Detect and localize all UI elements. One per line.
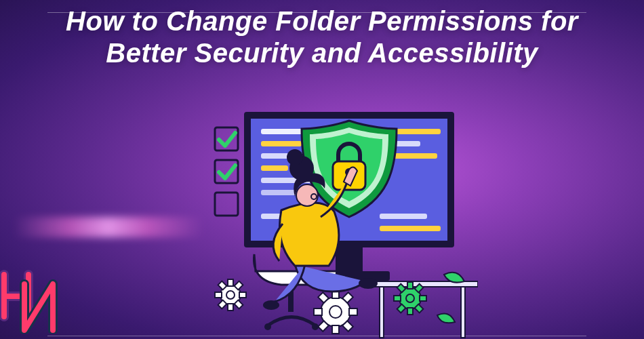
svg-point-63 [311,194,317,199]
gear-icon-small-white [215,279,246,311]
svg-point-58 [359,278,378,289]
svg-point-34 [329,306,342,318]
svg-point-56 [264,323,271,330]
svg-rect-28 [314,308,322,315]
svg-rect-36 [407,282,413,289]
svg-rect-18 [380,226,441,231]
desk [369,281,478,338]
svg-rect-17 [380,214,427,219]
svg-rect-49 [239,292,246,298]
svg-rect-48 [215,292,222,298]
svg-rect-1 [461,287,465,338]
gear-icon-small-green [394,282,426,315]
svg-rect-39 [420,296,426,301]
svg-rect-37 [407,308,413,315]
checkbox-checked-2 [215,160,238,183]
svg-point-57 [312,323,319,330]
svg-rect-46 [228,279,233,286]
svg-rect-5 [336,247,363,271]
checkbox-group [215,127,238,216]
svg-rect-27 [332,325,339,334]
svg-point-54 [226,291,235,299]
svg-rect-38 [394,296,401,301]
gear-icon-large [314,290,357,334]
page-title: How to Change Folder Permissions for Bet… [64,5,580,69]
svg-rect-8 [261,141,302,146]
svg-point-62 [287,149,303,165]
svg-rect-47 [228,304,233,311]
svg-rect-21 [215,193,238,216]
svg-point-59 [263,300,279,310]
lens-flare [14,217,203,237]
brand-logo [0,269,75,334]
svg-rect-2 [380,287,384,338]
hero-illustration [193,108,478,339]
svg-rect-10 [261,165,288,171]
svg-rect-29 [349,308,357,315]
svg-rect-12 [261,190,298,195]
svg-point-44 [406,294,414,302]
checkbox-empty [215,193,238,216]
checkbox-checked-1 [215,127,238,151]
